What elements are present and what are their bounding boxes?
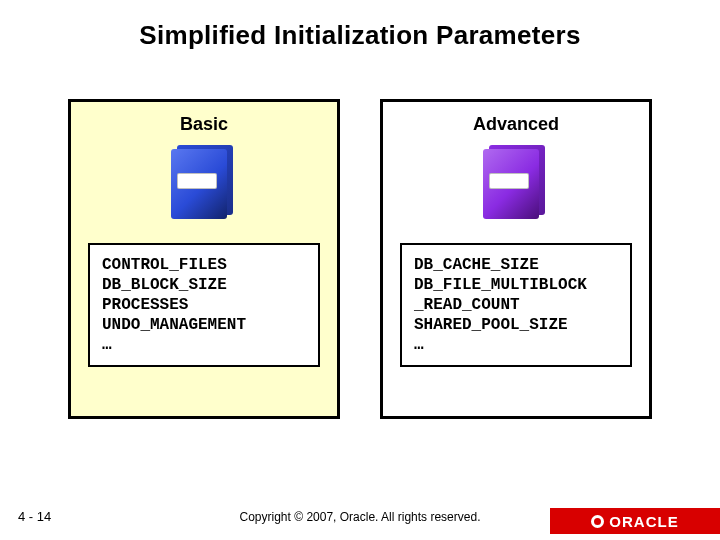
panel-basic: Basic CONTROL_FILES DB_BLOCK_SIZE PROCES…: [68, 99, 340, 419]
oracle-logo-text: ORACLE: [609, 513, 678, 530]
basic-param-box: CONTROL_FILES DB_BLOCK_SIZE PROCESSES UN…: [88, 243, 320, 367]
oracle-o-icon: [591, 515, 604, 528]
footer: 4 - 14 Copyright © 2007, Oracle. All rig…: [0, 500, 720, 540]
param-line: …: [102, 335, 306, 355]
param-line: DB_FILE_MULTIBLOCK: [414, 275, 618, 295]
param-line: DB_BLOCK_SIZE: [102, 275, 306, 295]
param-line: _READ_COUNT: [414, 295, 618, 315]
panel-advanced: Advanced DB_CACHE_SIZE DB_FILE_MULTIBLOC…: [380, 99, 652, 419]
param-line: CONTROL_FILES: [102, 255, 306, 275]
book-icon: [483, 145, 549, 221]
brand-bar: ORACLE: [550, 508, 720, 534]
slide-title: Simplified Initialization Parameters: [0, 0, 720, 51]
param-line: DB_CACHE_SIZE: [414, 255, 618, 275]
advanced-param-box: DB_CACHE_SIZE DB_FILE_MULTIBLOCK _READ_C…: [400, 243, 632, 367]
slide: Simplified Initialization Parameters Bas…: [0, 0, 720, 540]
param-line: UNDO_MANAGEMENT: [102, 315, 306, 335]
oracle-logo: ORACLE: [591, 513, 678, 530]
panel-basic-heading: Basic: [180, 114, 228, 135]
panels-row: Basic CONTROL_FILES DB_BLOCK_SIZE PROCES…: [0, 99, 720, 419]
param-line: …: [414, 335, 618, 355]
param-line: SHARED_POOL_SIZE: [414, 315, 618, 335]
book-icon: [171, 145, 237, 221]
panel-advanced-heading: Advanced: [473, 114, 559, 135]
param-line: PROCESSES: [102, 295, 306, 315]
